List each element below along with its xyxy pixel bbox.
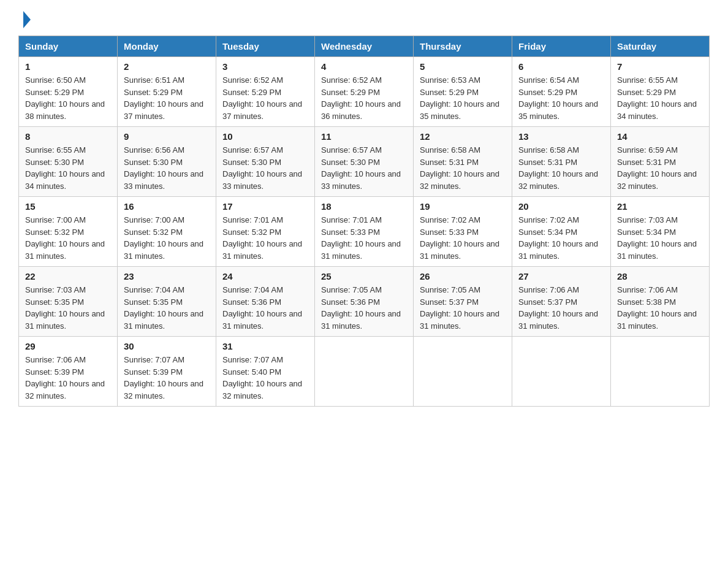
day-number: 25 — [321, 271, 407, 282]
calendar-day-cell: 30Sunrise: 7:07 AMSunset: 5:39 PMDayligh… — [118, 337, 216, 407]
day-info: Sunrise: 6:52 AMSunset: 5:29 PMDaylight:… — [222, 74, 308, 122]
day-number: 20 — [518, 201, 604, 212]
daylight-text: Daylight: 10 hours and 34 minutes. — [25, 169, 105, 191]
day-info: Sunrise: 7:06 AMSunset: 5:37 PMDaylight:… — [518, 284, 604, 332]
sunrise-text: Sunrise: 7:00 AM — [124, 215, 184, 224]
calendar-day-cell: 9Sunrise: 6:56 AMSunset: 5:30 PMDaylight… — [118, 127, 216, 197]
calendar-day-cell: 3Sunrise: 6:52 AMSunset: 5:29 PMDaylight… — [216, 57, 315, 127]
day-info: Sunrise: 6:58 AMSunset: 5:31 PMDaylight:… — [420, 144, 506, 192]
day-info: Sunrise: 7:05 AMSunset: 5:36 PMDaylight:… — [321, 284, 407, 332]
sunrise-text: Sunrise: 6:59 AM — [617, 145, 678, 155]
calendar-week-row: 22Sunrise: 7:03 AMSunset: 5:35 PMDayligh… — [19, 267, 710, 337]
sunrise-text: Sunrise: 7:02 AM — [420, 215, 480, 224]
sunrise-text: Sunrise: 6:50 AM — [25, 75, 86, 85]
sunset-text: Sunset: 5:30 PM — [25, 158, 84, 167]
sunrise-text: Sunrise: 7:01 AM — [222, 215, 283, 224]
sunrise-text: Sunrise: 6:56 AM — [124, 145, 184, 155]
day-info: Sunrise: 6:50 AMSunset: 5:29 PMDaylight:… — [25, 74, 111, 122]
calendar-day-cell: 22Sunrise: 7:03 AMSunset: 5:35 PMDayligh… — [19, 267, 118, 337]
day-number: 12 — [420, 131, 506, 142]
day-info: Sunrise: 7:05 AMSunset: 5:37 PMDaylight:… — [420, 284, 506, 332]
sunset-text: Sunset: 5:29 PM — [518, 88, 577, 97]
day-info: Sunrise: 6:56 AMSunset: 5:30 PMDaylight:… — [124, 144, 210, 192]
calendar-day-cell: 17Sunrise: 7:01 AMSunset: 5:32 PMDayligh… — [216, 197, 315, 267]
weekday-header-tuesday: Tuesday — [216, 36, 315, 57]
sunrise-text: Sunrise: 7:02 AM — [518, 215, 579, 224]
calendar-day-cell: 28Sunrise: 7:06 AMSunset: 5:38 PMDayligh… — [611, 267, 710, 337]
calendar-day-cell: 26Sunrise: 7:05 AMSunset: 5:37 PMDayligh… — [414, 267, 512, 337]
calendar-day-cell: 7Sunrise: 6:55 AMSunset: 5:29 PMDaylight… — [611, 57, 710, 127]
daylight-text: Daylight: 10 hours and 35 minutes. — [518, 99, 598, 121]
sunrise-text: Sunrise: 6:55 AM — [25, 145, 86, 155]
daylight-text: Daylight: 10 hours and 36 minutes. — [321, 99, 401, 121]
sunset-text: Sunset: 5:30 PM — [222, 158, 281, 167]
sunset-text: Sunset: 5:40 PM — [222, 367, 281, 377]
sunrise-text: Sunrise: 6:52 AM — [222, 75, 283, 85]
calendar-week-row: 1Sunrise: 6:50 AMSunset: 5:29 PMDaylight… — [19, 57, 710, 127]
day-number: 3 — [222, 61, 308, 72]
calendar-day-cell: 5Sunrise: 6:53 AMSunset: 5:29 PMDaylight… — [414, 57, 512, 127]
day-number: 30 — [124, 341, 210, 351]
day-number: 28 — [617, 271, 703, 282]
daylight-text: Daylight: 10 hours and 31 minutes. — [321, 309, 401, 331]
daylight-text: Daylight: 10 hours and 32 minutes. — [222, 379, 302, 400]
sunrise-text: Sunrise: 7:07 AM — [222, 355, 283, 364]
calendar-day-cell: 10Sunrise: 6:57 AMSunset: 5:30 PMDayligh… — [216, 127, 315, 197]
sunrise-text: Sunrise: 6:58 AM — [420, 145, 480, 155]
calendar-week-row: 8Sunrise: 6:55 AMSunset: 5:30 PMDaylight… — [19, 127, 710, 197]
daylight-text: Daylight: 10 hours and 35 minutes. — [420, 99, 499, 121]
daylight-text: Daylight: 10 hours and 32 minutes. — [617, 169, 697, 191]
day-number: 22 — [25, 271, 111, 282]
daylight-text: Daylight: 10 hours and 31 minutes. — [420, 239, 499, 261]
daylight-text: Daylight: 10 hours and 31 minutes. — [124, 239, 203, 261]
sunrise-text: Sunrise: 7:05 AM — [321, 285, 382, 294]
calendar-day-cell: 13Sunrise: 6:58 AMSunset: 5:31 PMDayligh… — [512, 127, 611, 197]
sunset-text: Sunset: 5:35 PM — [25, 297, 84, 307]
day-number: 29 — [25, 341, 111, 351]
sunrise-text: Sunrise: 7:06 AM — [617, 285, 678, 294]
sunset-text: Sunset: 5:37 PM — [420, 297, 479, 307]
sunrise-text: Sunrise: 7:03 AM — [617, 215, 678, 224]
day-number: 15 — [25, 201, 111, 212]
day-number: 13 — [518, 131, 604, 142]
daylight-text: Daylight: 10 hours and 31 minutes. — [518, 309, 598, 331]
day-number: 1 — [25, 61, 111, 72]
day-number: 5 — [420, 61, 506, 72]
calendar-day-cell: 1Sunrise: 6:50 AMSunset: 5:29 PMDaylight… — [19, 57, 118, 127]
daylight-text: Daylight: 10 hours and 31 minutes. — [518, 239, 598, 261]
sunset-text: Sunset: 5:30 PM — [124, 158, 183, 167]
sunrise-text: Sunrise: 6:51 AM — [124, 75, 184, 85]
day-number: 8 — [25, 131, 111, 142]
sunrise-text: Sunrise: 6:58 AM — [518, 145, 579, 155]
sunset-text: Sunset: 5:36 PM — [222, 297, 281, 307]
weekday-header-thursday: Thursday — [414, 36, 512, 57]
day-number: 9 — [124, 131, 210, 142]
day-number: 7 — [617, 61, 703, 72]
sunset-text: Sunset: 5:29 PM — [124, 88, 183, 97]
day-number: 19 — [420, 201, 506, 212]
day-number: 2 — [124, 61, 210, 72]
day-info: Sunrise: 7:03 AMSunset: 5:34 PMDaylight:… — [617, 214, 703, 262]
calendar-day-cell: 14Sunrise: 6:59 AMSunset: 5:31 PMDayligh… — [611, 127, 710, 197]
sunrise-text: Sunrise: 7:07 AM — [124, 355, 184, 364]
daylight-text: Daylight: 10 hours and 32 minutes. — [124, 379, 203, 400]
daylight-text: Daylight: 10 hours and 33 minutes. — [321, 169, 401, 191]
sunset-text: Sunset: 5:29 PM — [222, 88, 281, 97]
day-info: Sunrise: 7:07 AMSunset: 5:39 PMDaylight:… — [124, 354, 210, 402]
sunset-text: Sunset: 5:29 PM — [420, 88, 479, 97]
logo-triangle-icon — [23, 11, 31, 28]
day-info: Sunrise: 6:57 AMSunset: 5:30 PMDaylight:… — [321, 144, 407, 192]
sunrise-text: Sunrise: 6:54 AM — [518, 75, 579, 85]
calendar-table: SundayMondayTuesdayWednesdayThursdayFrid… — [18, 36, 710, 407]
day-info: Sunrise: 7:06 AMSunset: 5:38 PMDaylight:… — [617, 284, 703, 332]
daylight-text: Daylight: 10 hours and 32 minutes. — [420, 169, 499, 191]
day-info: Sunrise: 7:00 AMSunset: 5:32 PMDaylight:… — [124, 214, 210, 262]
calendar-day-cell — [611, 337, 710, 407]
calendar-day-cell — [315, 337, 414, 407]
day-info: Sunrise: 7:02 AMSunset: 5:33 PMDaylight:… — [420, 214, 506, 262]
day-info: Sunrise: 7:06 AMSunset: 5:39 PMDaylight:… — [25, 354, 111, 402]
day-number: 10 — [222, 131, 308, 142]
sunset-text: Sunset: 5:39 PM — [25, 367, 84, 377]
day-number: 18 — [321, 201, 407, 212]
day-info: Sunrise: 7:04 AMSunset: 5:35 PMDaylight:… — [124, 284, 210, 332]
